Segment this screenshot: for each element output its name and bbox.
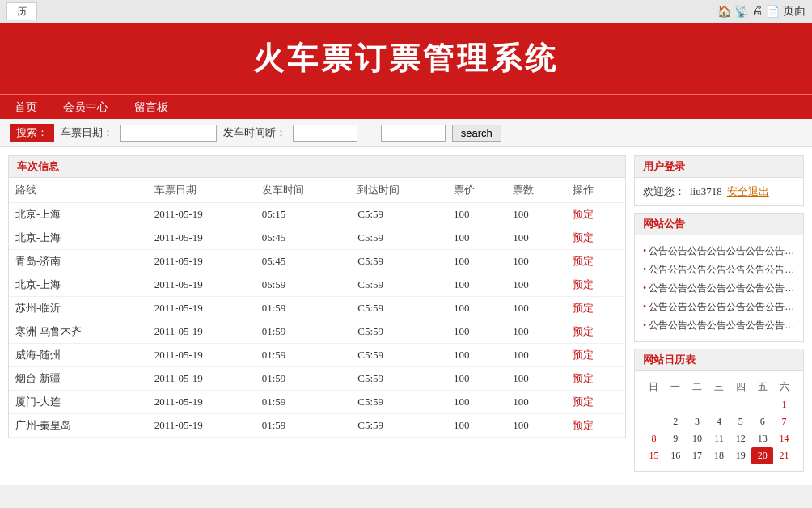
calendar-body-rows: 123456789101112131415161718192021 [643, 396, 795, 464]
book-link[interactable]: 预定 [573, 231, 594, 243]
logout-link[interactable]: 安全退出 [727, 184, 769, 199]
cell-price: 100 [447, 344, 506, 367]
cell-price: 100 [447, 320, 506, 344]
nav-message[interactable]: 留言板 [129, 98, 173, 119]
calendar-day[interactable]: 11 [708, 430, 730, 447]
time-start-input[interactable] [293, 125, 357, 142]
book-link[interactable]: 预定 [573, 419, 594, 431]
cell-price: 100 [447, 297, 506, 320]
book-link[interactable]: 预定 [573, 325, 594, 337]
calendar-day[interactable]: 4 [708, 413, 730, 430]
page-title: 火车票订票管理系统 [0, 38, 812, 79]
book-link[interactable]: 预定 [573, 349, 594, 361]
search-bar: 搜索： 车票日期： 发车时间断： -- search [0, 119, 812, 147]
cell-route: 北京-上海 [9, 273, 148, 297]
time-end-input[interactable] [381, 125, 446, 142]
nav-member[interactable]: 会员中心 [58, 98, 113, 119]
browser-tab[interactable]: 历 [6, 2, 37, 20]
book-link[interactable]: 预定 [573, 372, 594, 384]
cell-action: 预定 [566, 414, 625, 438]
time-label: 发车时间断： [223, 125, 286, 140]
cell-action: 预定 [566, 297, 625, 320]
calendar-day[interactable]: 20 [751, 447, 773, 464]
cell-count: 100 [506, 273, 565, 297]
calendar-day [665, 396, 687, 413]
calendar-week-header: 日 [643, 378, 665, 396]
table-row: 威海-随州2011-05-1901:59C5:59100100预定 [9, 344, 625, 367]
calendar-week-headers: 日一二三四五六 [643, 378, 795, 396]
user-login-header: 用户登录 [635, 156, 803, 178]
calendar-week-header: 二 [687, 378, 708, 396]
cell-route: 北京-上海 [9, 226, 148, 250]
calendar-day[interactable]: 6 [751, 413, 773, 430]
calendar-day[interactable]: 13 [751, 430, 773, 447]
calendar-day[interactable]: 17 [687, 447, 708, 464]
calendar-day[interactable]: 16 [665, 447, 687, 464]
calendar-header-row: 日一二三四五六 [643, 378, 795, 396]
book-link[interactable]: 预定 [573, 278, 594, 290]
calendar-day[interactable]: 12 [730, 430, 751, 447]
col-depart: 发车时间 [256, 178, 352, 203]
username: liu3718 [690, 185, 722, 198]
cell-price: 100 [447, 391, 506, 414]
time-dash: -- [366, 126, 373, 139]
book-link[interactable]: 预定 [573, 208, 594, 220]
calendar-day[interactable]: 15 [643, 447, 665, 464]
table-row: 厦门-大连2011-05-1901:59C5:59100100预定 [9, 391, 625, 414]
date-input[interactable] [120, 125, 217, 142]
book-link[interactable]: 预定 [573, 255, 594, 267]
calendar-day[interactable]: 10 [687, 430, 708, 447]
calendar-week-header: 四 [730, 378, 751, 396]
calendar-week-row: 1 [643, 396, 795, 413]
nav-home[interactable]: 首页 [10, 98, 42, 119]
calendar-day[interactable]: 5 [730, 413, 751, 430]
table-row: 广州-秦皇岛2011-05-1901:59C5:59100100预定 [9, 414, 625, 438]
col-action: 操作 [566, 178, 625, 203]
calendar-day [708, 396, 730, 413]
calendar-day[interactable]: 14 [773, 430, 795, 447]
calendar-header: 网站日历表 [635, 349, 803, 371]
train-table-body: 北京-上海2011-05-1905:15C5:59100100预定北京-上海20… [9, 203, 625, 438]
cell-arrive: C5:59 [351, 367, 447, 391]
cell-depart: 01:59 [256, 367, 352, 391]
train-section-header: 车次信息 [9, 156, 625, 178]
table-row: 寒洲-乌鲁木齐2011-05-1901:59C5:59100100预定 [9, 320, 625, 344]
left-panel: 车次信息 路线 车票日期 发车时间 到达时间 票价 票数 操作 [8, 155, 626, 438]
cell-date: 2011-05-19 [148, 203, 256, 226]
calendar-day[interactable]: 3 [687, 413, 708, 430]
cell-date: 2011-05-19 [148, 250, 256, 273]
calendar-day[interactable]: 19 [730, 447, 751, 464]
calendar-day[interactable]: 21 [773, 447, 795, 464]
calendar-day [643, 396, 665, 413]
welcome-prefix: 欢迎您： [643, 184, 685, 199]
table-row: 北京-上海2011-05-1905:15C5:59100100预定 [9, 203, 625, 226]
cell-count: 100 [506, 203, 565, 226]
cell-date: 2011-05-19 [148, 344, 256, 367]
cell-count: 100 [506, 344, 565, 367]
cell-action: 预定 [566, 344, 625, 367]
cell-price: 100 [447, 367, 506, 391]
cell-depart: 01:59 [256, 391, 352, 414]
calendar-day[interactable]: 8 [643, 430, 665, 447]
announcement-item: 公告公告公告公告公告公告公告… [643, 316, 795, 335]
right-panel: 用户登录 欢迎您： liu3718 安全退出 网站公告 公告公告公告公告公告公告… [634, 155, 804, 472]
cell-count: 100 [506, 320, 565, 344]
calendar-day[interactable]: 9 [665, 430, 687, 447]
book-link[interactable]: 预定 [573, 302, 594, 314]
calendar-day[interactable]: 18 [708, 447, 730, 464]
table-row: 北京-上海2011-05-1905:45C5:59100100预定 [9, 226, 625, 250]
calendar-week-row: 15161718192021 [643, 447, 795, 464]
book-link[interactable]: 预定 [573, 396, 594, 408]
cell-date: 2011-05-19 [148, 414, 256, 438]
calendar-day[interactable]: 1 [773, 396, 795, 413]
cell-price: 100 [447, 226, 506, 250]
calendar-day[interactable]: 2 [665, 413, 687, 430]
cell-arrive: C5:59 [351, 344, 447, 367]
main-content: 车次信息 路线 车票日期 发车时间 到达时间 票价 票数 操作 [0, 147, 812, 480]
search-button[interactable]: search [452, 125, 501, 142]
cell-depart: 05:45 [256, 226, 352, 250]
calendar-week-row: 234567 [643, 413, 795, 430]
cell-price: 100 [447, 414, 506, 438]
calendar-day[interactable]: 7 [773, 413, 795, 430]
cell-action: 预定 [566, 320, 625, 344]
